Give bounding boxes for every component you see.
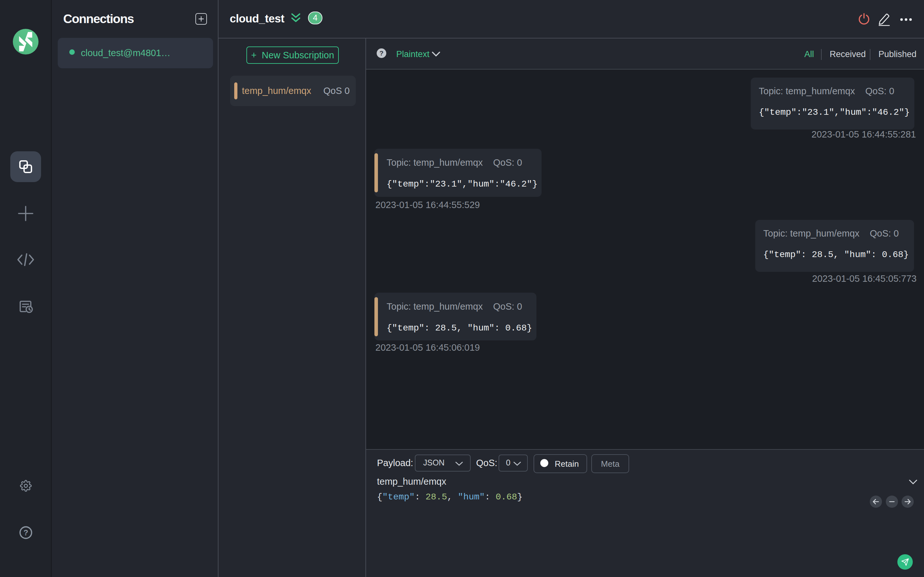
svg-text:?: ? xyxy=(23,528,28,537)
